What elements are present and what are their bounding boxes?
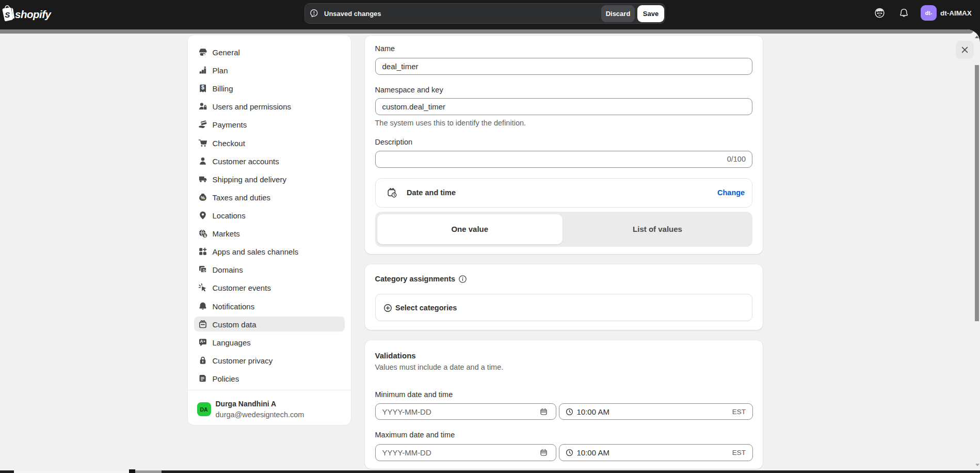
svg-text:S: S bbox=[5, 10, 10, 19]
svg-text:shopify: shopify bbox=[15, 8, 52, 20]
svg-text:$: $ bbox=[204, 233, 206, 238]
svg-text:%: % bbox=[201, 195, 205, 200]
svg-text:$: $ bbox=[201, 84, 204, 90]
svg-text:A: A bbox=[200, 339, 203, 344]
